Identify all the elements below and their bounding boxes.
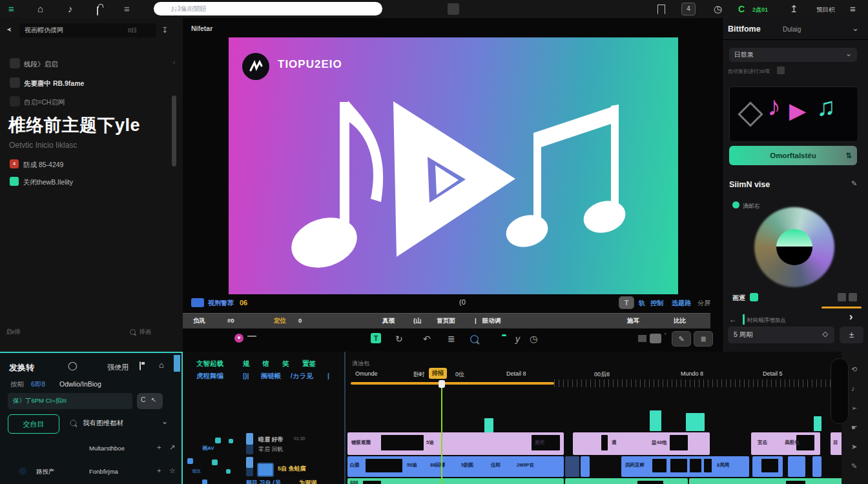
timeline-header-item[interactable]: /カラ见 <box>291 372 313 381</box>
star-icon[interactable]: ☆ <box>169 467 176 475</box>
toggle-off-icon[interactable] <box>638 335 646 342</box>
track-icon[interactable] <box>187 458 193 464</box>
track-icon[interactable] <box>202 479 207 484</box>
side-tool-icon[interactable]: ➢ <box>851 404 857 412</box>
auto-option-checkbox[interactable] <box>777 66 785 74</box>
track-header-video[interactable]: 巡区 5自 鱼蛙腐 <box>183 456 344 477</box>
side-tool-icon[interactable]: ➤ <box>851 443 857 451</box>
timeline-clip[interactable] <box>788 456 805 477</box>
strip-menu-item[interactable]: (山 <box>413 317 422 325</box>
history-icon[interactable]: ◷ <box>714 3 722 15</box>
notification-badge[interactable]: 4 <box>681 3 696 15</box>
media-search-field[interactable]: 保》丁6PM CI=拟III <box>8 393 132 409</box>
strip-menu-item[interactable]: 定位 <box>274 317 286 325</box>
add-icon[interactable]: + <box>157 443 161 451</box>
position-marker[interactable]: (0 <box>459 298 466 306</box>
generate-button[interactable]: Omorftalstéu ⇅ <box>729 146 857 165</box>
media-item[interactable]: Multarsthboe + ↗ <box>0 437 183 460</box>
ruler-label[interactable]: 卧时 <box>413 370 425 379</box>
save-icon[interactable] <box>140 361 141 370</box>
view-grid-button[interactable] <box>838 293 846 301</box>
favorite-heart-icon[interactable]: ♥ <box>234 334 243 343</box>
list-item[interactable]: 4 防成 85-4249 <box>0 159 183 174</box>
timeline-header-item[interactable]: 搁链帳 <box>261 372 282 381</box>
timeline-clip[interactable] <box>581 456 590 477</box>
edit-icon[interactable]: ✎ <box>851 179 857 188</box>
strip-menu-item[interactable]: 0 <box>298 317 302 324</box>
track-header-text[interactable]: 画AV 暗眉 好帝 01:30 零眉 回帆 <box>183 432 344 455</box>
panel-search-field[interactable]: 视画帽伪摆网 0日 <box>19 23 156 37</box>
timeline-header-item[interactable]: |)| <box>243 372 249 379</box>
playhead-handle[interactable] <box>439 380 445 388</box>
track-volume-slider[interactable] <box>246 457 253 476</box>
strip-menu-item[interactable]: | <box>475 317 477 324</box>
timeline-clip[interactable]: 四药亘粹8局周 <box>621 456 749 477</box>
strip-menu-item[interactable]: #0 <box>227 317 234 324</box>
ruler-label[interactable]: Detail 8 <box>506 370 526 377</box>
track-icon[interactable] <box>226 469 231 474</box>
list-icon[interactable]: ≣ <box>448 334 455 344</box>
list-item[interactable]: 先要唐中 RB.9fame <box>0 76 183 93</box>
timeline-header-item[interactable]: 馆 <box>262 359 269 368</box>
track-icon[interactable] <box>215 438 221 443</box>
zoom-search-icon[interactable] <box>470 335 479 343</box>
timeline-header-item[interactable]: 规 <box>243 359 250 368</box>
side-tool-icon[interactable]: ✎ <box>851 462 857 470</box>
nav-left-icon[interactable]: ← <box>729 315 737 324</box>
swatch-color-chip[interactable] <box>750 293 758 301</box>
side-tool-icon[interactable]: ♪ <box>851 385 855 392</box>
cursor-button[interactable]: ↖ <box>151 396 156 403</box>
material-dropdown[interactable]: 我有图维都材 ⌄ <box>65 414 172 432</box>
music-note-icon[interactable]: ♪ <box>68 3 73 15</box>
track-icon[interactable] <box>212 459 218 465</box>
download-icon[interactable]: ↧ <box>161 26 168 35</box>
search-input[interactable] <box>154 2 382 15</box>
timeline-clip[interactable]: 白眼50迪88回哪5剧圆伍郎2M9P在 <box>347 456 564 477</box>
cycle-field[interactable]: 5 周期 ◇ <box>728 327 834 343</box>
clock-icon[interactable]: ◷ <box>530 334 537 344</box>
side-tool-icon[interactable]: ⟲ <box>851 365 857 374</box>
export-icon[interactable]: ↥ <box>790 3 798 15</box>
record-circle-icon[interactable]: ◯ <box>68 361 78 370</box>
track-icon[interactable] <box>229 439 233 443</box>
timeline-clip[interactable] <box>565 456 579 477</box>
style-preview-thumbnail[interactable]: ♪ ▶ ♫ <box>729 86 858 142</box>
loop-icon[interactable]: ↻ <box>395 334 403 344</box>
panel-scrollbar[interactable] <box>172 96 176 166</box>
ruler-marker-pill[interactable]: 排招 <box>429 368 447 379</box>
strip-menu-item[interactable]: 真颈 <box>382 317 395 325</box>
sequence-placeholder[interactable]: 时间顺序增加点 <box>747 317 786 325</box>
text-insert-icon[interactable]: T <box>371 333 381 343</box>
track-option-1[interactable]: 轨 <box>639 299 645 308</box>
copy-button[interactable]: C <box>141 396 145 403</box>
bookmark-icon[interactable] <box>657 5 665 14</box>
home-icon[interactable]: ⌂ <box>159 360 164 370</box>
list-item[interactable]: 线段》启启 › <box>0 57 183 74</box>
timeline-clip[interactable] <box>689 478 854 484</box>
track-option-3[interactable]: 选题路 <box>672 299 691 308</box>
timeline-clip[interactable]: 週益48他 <box>573 432 710 455</box>
strip-menu-item[interactable]: 施耳 <box>627 317 639 325</box>
timeline-clip[interactable]: 宜岳虽图包 <box>751 432 820 455</box>
add-icon[interactable]: + <box>157 467 161 474</box>
tab-date[interactable]: 按期 <box>10 380 24 389</box>
track-header-audio[interactable]: 顺目 习自 {另 为洞湖 <box>183 478 344 484</box>
timeline-scrollbar[interactable] <box>831 358 849 424</box>
main-menu-icon[interactable]: ≡ <box>8 3 14 15</box>
chevron-down-icon[interactable]: ⌄ <box>852 23 859 33</box>
strip-menu-item[interactable]: 负巩 <box>193 317 205 325</box>
external-icon[interactable]: ↗ <box>169 443 175 452</box>
tab-items[interactable]: 6即8 <box>31 380 45 389</box>
footer-search-icon[interactable] <box>130 329 136 335</box>
export-label[interactable]: 预目积 <box>816 6 835 14</box>
exchange-button[interactable]: 交自目 <box>8 414 59 434</box>
timeline-header-item[interactable]: 笑 <box>282 359 289 368</box>
audio-snippet-block[interactable] <box>686 413 705 431</box>
text-tool-button[interactable]: T <box>619 296 634 309</box>
style-dropdown[interactable]: 日鼓泉 ⌄ <box>729 48 857 62</box>
audio-snippet-block[interactable] <box>484 418 493 432</box>
view-list-button[interactable] <box>849 293 857 301</box>
timeline-header-item[interactable]: | <box>327 372 329 379</box>
timeline-clip[interactable]: 888 <box>347 478 564 484</box>
app-switcher-tile[interactable] <box>448 3 459 15</box>
